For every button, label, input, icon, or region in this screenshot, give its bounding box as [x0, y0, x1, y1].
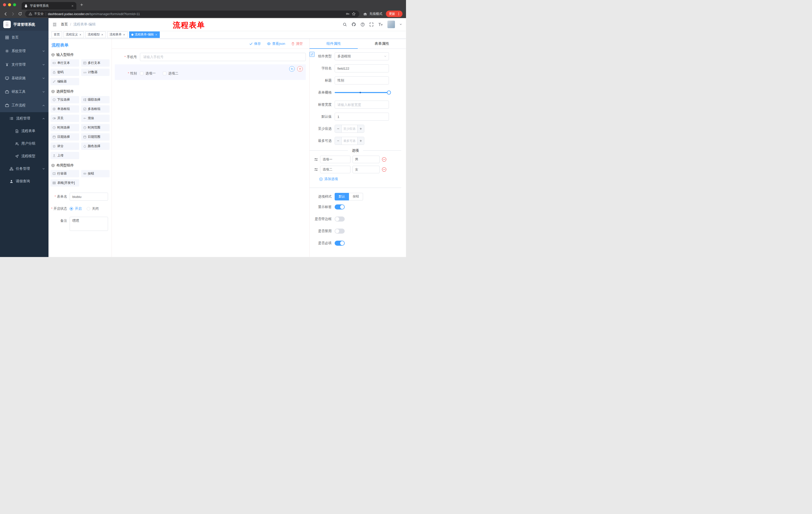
- phone-field-row[interactable]: 手机号: [115, 53, 306, 61]
- palette-item-button[interactable]: 按钮: [81, 170, 110, 177]
- sidebar-item-process-model[interactable]: 流程模型: [0, 150, 49, 162]
- checkbox-option-1[interactable]: 选项一: [140, 71, 156, 76]
- tag-process-form-edit[interactable]: 流程表单-编辑: [129, 31, 160, 38]
- browser-update-button[interactable]: 更新: [386, 10, 403, 17]
- breadcrumb-home[interactable]: 首页: [61, 22, 68, 27]
- remove-option-button[interactable]: [382, 157, 387, 162]
- user-avatar[interactable]: [387, 21, 395, 28]
- help-icon[interactable]: [360, 22, 365, 27]
- hamburger-icon[interactable]: [49, 22, 61, 27]
- search-icon[interactable]: [343, 22, 347, 27]
- sidebar-logo[interactable]: 芋道管理系统: [0, 18, 49, 31]
- window-close-button[interactable]: [3, 3, 6, 6]
- checkbox-option-2[interactable]: 选项二: [163, 71, 179, 76]
- label-width-input[interactable]: [335, 101, 389, 109]
- show-label-switch[interactable]: [335, 205, 345, 210]
- palette-item-cascader[interactable]: 级联选择: [81, 96, 110, 103]
- view-json-button[interactable]: 查看json: [267, 42, 285, 46]
- tag-close-icon[interactable]: [155, 33, 157, 36]
- clear-button[interactable]: 清空: [291, 42, 303, 46]
- sidebar-item-task-management[interactable]: 任务管理: [0, 162, 49, 175]
- palette-item-row-container[interactable]: 行容器: [51, 170, 79, 177]
- palette-item-radio-group[interactable]: 单选框组: [51, 105, 79, 113]
- palette-item-slider[interactable]: 滑块: [81, 115, 110, 122]
- palette-item-single-line-text[interactable]: 单行文本: [51, 59, 79, 66]
- min-select-value[interactable]: 至少应选: [342, 125, 357, 133]
- status-off-radio[interactable]: 关闭: [87, 205, 99, 213]
- browser-tab[interactable]: 芋道管理系统: [22, 2, 76, 9]
- palette-item-editor[interactable]: 编辑器: [51, 78, 79, 85]
- fullscreen-icon[interactable]: [369, 22, 374, 27]
- tag-process-form[interactable]: 流程表单: [107, 31, 127, 38]
- bookmark-star-icon[interactable]: [352, 12, 356, 16]
- option-value-input[interactable]: [352, 156, 380, 163]
- default-value-input[interactable]: [335, 113, 389, 121]
- option-label-input[interactable]: [320, 156, 350, 163]
- add-option-button[interactable]: 添加选项: [319, 177, 338, 181]
- sidebar-item-process-form[interactable]: 流程表单: [0, 125, 49, 137]
- back-icon[interactable]: [3, 12, 8, 16]
- palette-item-checkbox-group[interactable]: 多选框组: [81, 105, 110, 113]
- github-icon[interactable]: [351, 22, 356, 27]
- sidebar-item-payment[interactable]: 支付管理: [0, 58, 49, 72]
- increase-button[interactable]: [357, 137, 364, 144]
- password-key-icon[interactable]: [346, 12, 350, 16]
- style-button-button[interactable]: 按钮: [349, 193, 363, 200]
- tag-close-icon[interactable]: [101, 33, 104, 36]
- link-button[interactable]: [310, 52, 315, 57]
- disabled-switch[interactable]: [335, 228, 345, 234]
- tag-close-icon[interactable]: [79, 33, 82, 36]
- remove-option-button[interactable]: [382, 167, 387, 172]
- palette-item-date-range[interactable]: 日期范围: [81, 133, 110, 141]
- palette-item-rate[interactable]: 评分: [51, 142, 79, 150]
- form-remark-textarea[interactable]: 嘿嘿: [69, 217, 108, 231]
- decrease-button[interactable]: [335, 137, 342, 144]
- address-bar[interactable]: 不安全 dashboard.yudao.iocoder.cn/bpm/manag…: [25, 10, 359, 17]
- avatar-caret-icon[interactable]: [400, 23, 402, 26]
- title-input[interactable]: [335, 77, 389, 84]
- status-on-radio[interactable]: 开启: [69, 205, 82, 213]
- sidebar-item-leave-query[interactable]: 请假查询: [0, 175, 49, 188]
- component-type-select[interactable]: 多选框组: [335, 52, 389, 60]
- window-minimize-button[interactable]: [8, 3, 11, 6]
- sidebar-item-devtools[interactable]: 研发工具: [0, 85, 49, 99]
- sidebar-item-workflow[interactable]: 工作流程: [0, 99, 49, 112]
- form-name-input[interactable]: [69, 193, 108, 201]
- forward-icon[interactable]: [11, 12, 15, 16]
- slider-handle[interactable]: [387, 90, 391, 94]
- palette-item-multi-line-text[interactable]: 多行文本: [81, 59, 110, 66]
- max-select-value[interactable]: 最多可选: [342, 137, 357, 144]
- tag-process-model[interactable]: 流程模型: [85, 31, 106, 38]
- grid-slider[interactable]: [335, 88, 389, 97]
- border-switch[interactable]: [335, 217, 345, 221]
- field-name-input[interactable]: [335, 64, 389, 73]
- window-zoom-button[interactable]: [13, 3, 16, 6]
- sidebar-item-home[interactable]: 首页: [0, 31, 49, 44]
- decrease-button[interactable]: [335, 125, 342, 133]
- tag-close-icon[interactable]: [123, 33, 125, 36]
- copy-widget-button[interactable]: [289, 66, 295, 72]
- tag-process-definition[interactable]: 流程定义: [63, 31, 84, 38]
- browser-menu-icon[interactable]: [397, 12, 401, 16]
- palette-item-time-range[interactable]: 时间范围: [81, 124, 110, 131]
- save-button[interactable]: 保存: [249, 42, 261, 46]
- increase-button[interactable]: [357, 125, 364, 133]
- gender-widget-selected[interactable]: 性别 选项一 选项二: [115, 64, 306, 80]
- sidebar-item-infrastructure[interactable]: 基础设施: [0, 72, 49, 85]
- option-label-input[interactable]: [320, 166, 350, 173]
- palette-item-table[interactable]: 表格[开发中]: [51, 179, 79, 187]
- phone-input[interactable]: [140, 53, 306, 61]
- palette-item-color-picker[interactable]: 颜色选择: [81, 142, 110, 150]
- sidebar-item-user-group[interactable]: 用户分组: [0, 137, 49, 150]
- palette-item-switch[interactable]: 开关: [51, 115, 79, 122]
- palette-item-select[interactable]: 下拉选择: [51, 96, 79, 103]
- palette-item-date-picker[interactable]: 日期选择: [51, 133, 79, 141]
- palette-item-password[interactable]: 密码: [51, 69, 79, 76]
- required-switch[interactable]: [335, 241, 345, 246]
- style-default-button[interactable]: 默认: [335, 193, 349, 200]
- font-size-icon[interactable]: [378, 22, 383, 27]
- new-tab-button[interactable]: [80, 3, 83, 6]
- delete-widget-button[interactable]: [297, 66, 303, 72]
- palette-item-counter[interactable]: 计数器: [81, 69, 110, 76]
- sidebar-item-system[interactable]: 系统管理: [0, 44, 49, 58]
